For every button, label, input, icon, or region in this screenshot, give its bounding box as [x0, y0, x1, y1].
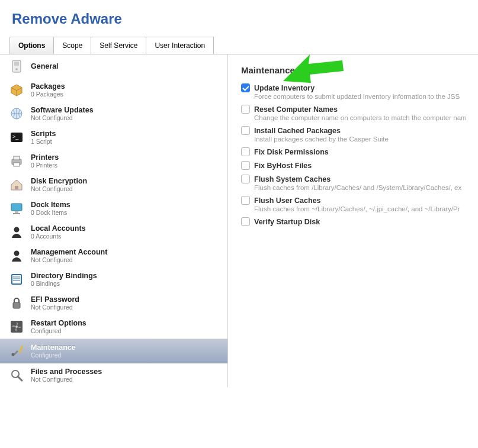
checkbox-fix-disk-permissions[interactable] — [241, 147, 250, 156]
svg-rect-20 — [19, 345, 24, 353]
sidebar-item-sub: Not Configured — [31, 376, 102, 383]
sidebar-item-local-accounts[interactable]: Local Accounts0 Accounts — [0, 220, 227, 244]
option-desc: Install packages cached by the Casper Su… — [254, 136, 474, 143]
svg-point-14 — [14, 251, 20, 256]
option-fix-disk-permissions: Fix Disk Permissions — [241, 147, 474, 156]
option-desc: Change the computer name on computers to… — [254, 114, 474, 121]
sidebar-item-label: General — [31, 62, 59, 70]
svg-rect-7 — [14, 156, 20, 160]
checkbox-update-inventory[interactable] — [241, 83, 250, 92]
sidebar: GeneralPackages0 PackagesSoftware Update… — [0, 54, 228, 387]
sidebar-item-sub: Not Configured — [31, 304, 79, 311]
sidebar-item-label: Packages — [31, 82, 65, 91]
lock-icon — [8, 295, 25, 311]
svg-rect-17 — [13, 302, 20, 308]
sidebar-item-label: Disk Encryption — [31, 177, 87, 185]
main-area: GeneralPackages0 PackagesSoftware Update… — [0, 54, 478, 387]
switch-icon — [8, 58, 25, 75]
checkbox-fix-byhost-files[interactable] — [241, 161, 250, 170]
sidebar-item-sub: Configured — [31, 352, 76, 359]
panel-title: Maintenance — [241, 65, 474, 75]
sidebar-item-efi-password[interactable]: EFI PasswordNot Configured — [0, 291, 227, 315]
svg-point-21 — [12, 353, 15, 356]
option-desc: Flush caches from /Library/Caches/ and /… — [254, 184, 474, 191]
sidebar-item-sub: 0 Accounts — [31, 233, 86, 240]
sidebar-item-scripts[interactable]: >_Scripts1 Script — [0, 125, 227, 149]
monitor-icon — [8, 200, 25, 217]
checkbox-reset-computer-names[interactable] — [241, 105, 250, 114]
sidebar-item-sub: Not Configured — [31, 185, 87, 192]
sidebar-item-sub: 1 Script — [31, 138, 56, 145]
checkbox-verify-startup-disk[interactable] — [241, 217, 250, 226]
tab-self-service[interactable]: Self Service — [91, 37, 146, 54]
tools-icon — [8, 343, 25, 359]
option-install-cached-packages: Install Cached PackagesInstall packages … — [241, 126, 474, 143]
svg-rect-11 — [15, 211, 18, 213]
sidebar-item-management-account[interactable]: Management AccountNot Configured — [0, 244, 227, 267]
sidebar-item-sub: 0 Printers — [31, 162, 59, 169]
sidebar-item-label: Files and Processes — [31, 368, 102, 376]
person-icon — [8, 224, 25, 240]
sidebar-item-sub: Not Configured — [31, 256, 107, 263]
option-verify-startup-disk: Verify Startup Disk — [241, 217, 474, 226]
svg-line-23 — [18, 376, 22, 381]
sidebar-item-dock-items[interactable]: Dock Items0 Dock Items — [0, 196, 227, 220]
sidebar-item-sub: Not Configured — [31, 114, 94, 121]
sidebar-item-label: Directory Bindings — [31, 272, 97, 280]
sidebar-item-files-processes[interactable]: Files and ProcessesNot Configured — [0, 363, 227, 387]
maintenance-options-list: Update InventoryForce computers to submi… — [241, 83, 474, 226]
option-label: Update Inventory — [254, 84, 315, 92]
option-flush-system-caches: Flush System CachesFlush caches from /Li… — [241, 175, 474, 191]
svg-point-19 — [15, 325, 18, 328]
sidebar-item-software-updates[interactable]: Software UpdatesNot Configured — [0, 102, 227, 125]
option-label: Reset Computer Names — [254, 105, 338, 114]
sidebar-item-sub: Configured — [31, 327, 86, 334]
tab-user-interaction[interactable]: User Interaction — [146, 37, 214, 54]
sidebar-item-maintenance[interactable]: MaintenanceConfigured — [0, 339, 227, 363]
sidebar-item-label: Scripts — [31, 130, 56, 138]
svg-rect-8 — [14, 163, 20, 166]
tab-options[interactable]: Options — [9, 37, 54, 54]
svg-rect-16 — [12, 275, 21, 283]
sidebar-item-sub: 0 Bindings — [31, 280, 97, 287]
option-desc: Flush caches from ~/Library/Caches/, ~/.… — [254, 205, 474, 212]
option-label: Fix ByHost Files — [254, 162, 312, 170]
book-icon — [8, 271, 25, 288]
option-flush-user-caches: Flush User CachesFlush caches from ~/Lib… — [241, 196, 474, 212]
svg-rect-9 — [15, 186, 18, 189]
right-pane: Maintenance Update InventoryForce comput… — [228, 54, 478, 387]
checkbox-install-cached-packages[interactable] — [241, 126, 250, 135]
svg-rect-12 — [13, 213, 20, 214]
sidebar-item-label: Management Account — [31, 248, 107, 256]
globe-icon — [8, 105, 25, 122]
magnifier-icon — [8, 367, 25, 383]
option-label: Fix Disk Permissions — [254, 148, 329, 156]
sidebar-item-restart-options[interactable]: Restart OptionsConfigured — [0, 315, 227, 339]
sidebar-item-general[interactable]: General — [0, 54, 227, 78]
sidebar-item-label: EFI Password — [31, 295, 79, 304]
option-desc: Force computers to submit updated invent… — [254, 93, 474, 100]
fan-icon — [8, 318, 25, 335]
svg-point-13 — [14, 227, 20, 233]
tab-scope[interactable]: Scope — [53, 37, 91, 54]
sidebar-item-printers[interactable]: Printers0 Printers — [0, 149, 227, 173]
house-lock-icon — [8, 176, 25, 193]
option-label: Flush User Caches — [254, 196, 321, 205]
option-label: Install Cached Packages — [254, 127, 341, 135]
sidebar-item-label: Dock Items — [31, 201, 70, 209]
sidebar-item-label: Printers — [31, 153, 59, 162]
printer-icon — [8, 153, 25, 169]
option-reset-computer-names: Reset Computer NamesChange the computer … — [241, 105, 474, 121]
checkbox-flush-system-caches[interactable] — [241, 175, 250, 183]
option-update-inventory: Update InventoryForce computers to submi… — [241, 83, 474, 100]
person-icon — [8, 247, 25, 264]
sidebar-item-sub: 0 Dock Items — [31, 209, 70, 216]
sidebar-item-label: Software Updates — [31, 106, 94, 114]
tab-bar: OptionsScopeSelf ServiceUser Interaction — [9, 37, 478, 54]
sidebar-item-packages[interactable]: Packages0 Packages — [0, 78, 227, 102]
sidebar-item-label: Restart Options — [31, 319, 86, 327]
svg-text:>_: >_ — [12, 134, 19, 140]
sidebar-item-disk-encryption[interactable]: Disk EncryptionNot Configured — [0, 173, 227, 196]
sidebar-item-directory-bindings[interactable]: Directory Bindings0 Bindings — [0, 267, 227, 291]
checkbox-flush-user-caches[interactable] — [241, 196, 250, 205]
